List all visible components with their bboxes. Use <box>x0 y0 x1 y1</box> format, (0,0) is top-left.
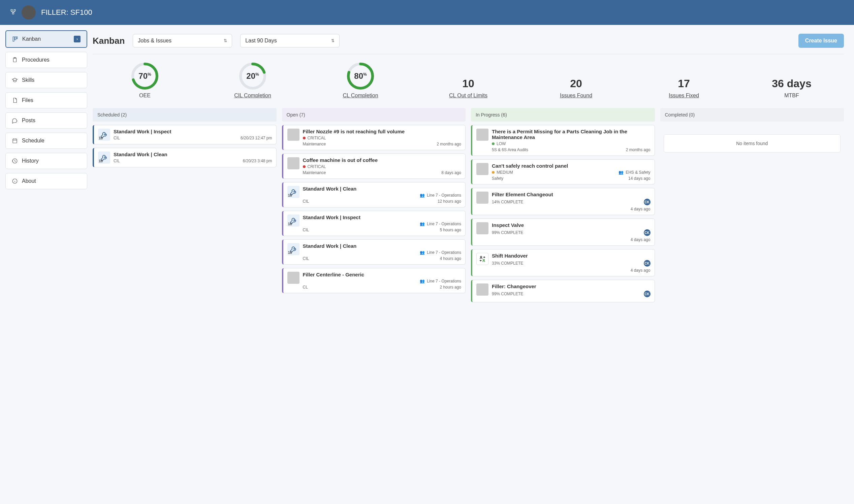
metric-mtbf: 36 daysMTBF <box>739 77 844 98</box>
metric-label: Issues Found <box>560 93 592 98</box>
card-timestamp: 4 days ago <box>631 207 650 212</box>
wrench-icon <box>287 243 299 255</box>
sidebar-label: About <box>22 178 36 184</box>
kanban-card[interactable]: Filter Element Changeout14% COMPLETECK4 … <box>471 188 655 215</box>
card-timestamp: 2 hours ago <box>440 285 461 290</box>
donut-chart: 20% <box>239 62 266 90</box>
metric-issues-found[interactable]: 20Issues Found <box>524 77 628 98</box>
sidebar-label: Kanban <box>22 36 41 42</box>
tree-icon[interactable] <box>10 9 16 17</box>
card-title: Inspect Valve <box>492 222 650 228</box>
handover-icon <box>476 253 488 265</box>
filter-range-select[interactable]: Last 90 Days ⇅ <box>240 34 339 48</box>
priority-dot-icon <box>303 137 306 139</box>
kanban-card[interactable]: Filler Centerline - Generic👥Line 7 - Ope… <box>282 268 466 293</box>
svg-rect-1 <box>14 10 16 11</box>
priority-badge: MEDIUM <box>492 170 513 175</box>
metric-value: 10 <box>462 77 474 90</box>
svg-point-18 <box>483 259 485 260</box>
sidebar-label: Schedule <box>22 138 45 144</box>
card-title: Can't safely reach control panel <box>492 163 650 169</box>
kanban-card[interactable]: Coffee machine is out of coffeeCRITICALM… <box>282 154 466 179</box>
metric-value: 20 <box>570 77 582 90</box>
kanban-column-completed: Completed (0)No items found <box>660 108 844 302</box>
app-header: FILLER: SF100 <box>0 0 854 25</box>
sidebar-item-history[interactable]: History <box>5 153 87 169</box>
content-title: Kanban <box>93 36 125 46</box>
filter-type-value: Jobs & Issues <box>138 38 172 44</box>
card-title: Coffee machine is out of coffee <box>303 157 461 163</box>
metric-label: CL Out of Limits <box>449 93 487 98</box>
info-icon <box>12 178 18 184</box>
team-icon: 👥 <box>420 221 425 226</box>
card-title: Standard Work | Inspect <box>114 129 272 134</box>
kanban-card[interactable]: Can't safely reach control panelMEDIUM👥E… <box>471 159 655 184</box>
metric-cil-completion[interactable]: 20%CIL Completion <box>201 62 305 98</box>
filter-type-select[interactable]: Jobs & Issues ⇅ <box>133 34 232 48</box>
metric-cl-completion[interactable]: 80%CL Completion <box>308 62 413 98</box>
calendar-icon <box>12 138 18 144</box>
team-icon: 👥 <box>618 170 624 175</box>
svg-point-17 <box>481 256 482 257</box>
sidebar-label: Files <box>22 97 33 103</box>
sidebar: Kanban›ProceduresSkillsFilesPostsSchedul… <box>0 25 93 308</box>
card-timestamp: 14 days ago <box>628 176 650 181</box>
card-category: CIL <box>114 136 120 140</box>
kanban-card[interactable]: Standard Work | Clean👥Line 7 - Operation… <box>282 239 466 265</box>
sidebar-label: Skills <box>22 77 34 83</box>
sidebar-item-procedures[interactable]: Procedures <box>5 52 87 68</box>
card-category: Safety <box>492 176 503 181</box>
thumbnail <box>476 222 488 234</box>
priority-badge: LOW <box>492 141 506 146</box>
asset-avatar[interactable] <box>21 5 36 19</box>
metric-value: 70% <box>138 71 151 81</box>
card-title: Standard Work | Clean <box>114 151 272 157</box>
filter-range-value: Last 90 Days <box>245 38 277 44</box>
metric-label: CL Completion <box>343 93 378 98</box>
thumbnail <box>476 129 488 141</box>
kanban-card[interactable]: Standard Work | CleanCIL6/20/23 3:48 pm <box>93 148 277 167</box>
card-timestamp: 6/20/23 12:47 pm <box>241 136 272 140</box>
graduation-icon <box>12 77 18 83</box>
kanban-card[interactable]: Filler Nozzle #9 is not reaching full vo… <box>282 125 466 150</box>
donut-chart: 80% <box>347 62 374 90</box>
kanban-column-open: Open (7)Filler Nozzle #9 is not reaching… <box>282 108 466 302</box>
sidebar-item-files[interactable]: Files <box>5 92 87 108</box>
card-title: Filter Element Changeout <box>492 192 650 197</box>
sidebar-item-skills[interactable]: Skills <box>5 72 87 88</box>
thumbnail <box>287 129 299 141</box>
card-category: CL <box>303 285 308 290</box>
kanban-icon <box>12 36 18 42</box>
kanban-card[interactable]: Standard Work | Clean👥Line 7 - Operation… <box>282 182 466 208</box>
thumbnail <box>476 163 488 175</box>
kanban-card[interactable]: Standard Work | InspectCIL6/20/23 12:47 … <box>93 125 277 144</box>
metric-label: CIL Completion <box>234 93 271 98</box>
metric-value: 36 days <box>772 77 811 90</box>
sidebar-item-schedule[interactable]: Schedule <box>5 133 87 149</box>
card-timestamp: 2 months ago <box>626 147 650 152</box>
team-label: 👥Line 7 - Operations <box>420 279 461 284</box>
kanban-card[interactable]: Standard Work | Inspect👥Line 7 - Operati… <box>282 211 466 236</box>
metric-cl-out-of-limits[interactable]: 10CL Out of Limits <box>416 77 521 98</box>
kanban-card[interactable]: Inspect Valve99% COMPLETECK4 days ago <box>471 218 655 246</box>
sidebar-item-posts[interactable]: Posts <box>5 112 87 129</box>
metric-issues-fixed[interactable]: 17Issues Fixed <box>632 77 736 98</box>
file-icon <box>12 97 18 103</box>
kanban-card[interactable]: Filler: Changeover99% COMPLETECK <box>471 280 655 302</box>
thumbnail <box>476 284 488 295</box>
sidebar-label: History <box>22 158 39 164</box>
chevron-right-icon: › <box>74 36 81 42</box>
sidebar-item-kanban[interactable]: Kanban› <box>5 30 87 48</box>
kanban-card[interactable]: There is a Permit Missing for a Parts Cl… <box>471 125 655 156</box>
create-issue-button[interactable]: Create Issue <box>798 34 844 48</box>
empty-state: No items found <box>664 134 841 152</box>
chevron-updown-icon: ⇅ <box>331 38 334 43</box>
card-timestamp: 12 hours ago <box>438 199 461 204</box>
column-header: In Progress (6) <box>471 108 655 122</box>
svg-rect-0 <box>11 10 13 11</box>
priority-dot-icon <box>492 171 494 174</box>
kanban-card[interactable]: Shift Handover33% COMPLETECK4 days ago <box>471 249 655 276</box>
card-category: CIL <box>303 256 309 261</box>
sidebar-item-about[interactable]: About <box>5 173 87 189</box>
wrench-icon <box>98 151 110 164</box>
